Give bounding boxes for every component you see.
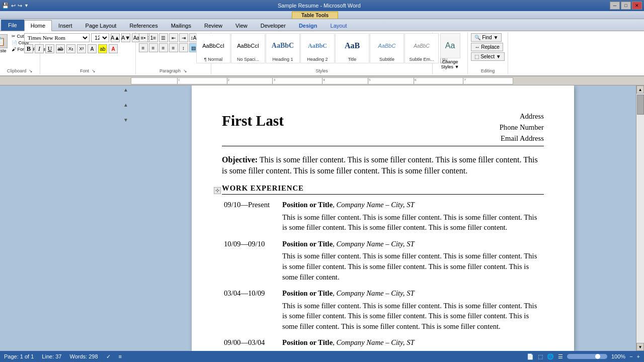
style-normal[interactable]: AaBbCcI ¶ Normal <box>196 33 230 63</box>
numbering-button[interactable]: 1≡ <box>149 33 158 42</box>
work-details-4: Position or Title, Company Name – City, … <box>272 336 544 349</box>
decrease-font-button[interactable]: A▼ <box>121 33 130 42</box>
scroll-thumb[interactable] <box>637 95 644 115</box>
find-button[interactable]: 🔍 Find ▼ <box>471 33 502 42</box>
bullets-button[interactable]: ≡• <box>139 33 148 42</box>
text-effects-button[interactable]: A <box>88 44 97 53</box>
italic-button[interactable]: I <box>35 44 44 53</box>
status-words: Words: 298 <box>69 353 98 360</box>
tab-page-layout[interactable]: Page Layout <box>79 20 123 31</box>
tab-home[interactable]: Home <box>24 20 52 31</box>
scroll-up-button[interactable]: ▲ <box>636 85 644 94</box>
paste-button[interactable]: 📋 Paste <box>0 33 10 54</box>
replace-button[interactable]: ↔ Replace <box>471 43 503 51</box>
margin-arrow-mid[interactable]: ▲ <box>123 103 128 108</box>
vertical-scrollbar[interactable]: ▲ ▼ <box>636 85 644 351</box>
left-margin-arrows: ▲ ▲ ▼ <box>122 85 130 351</box>
tab-layout[interactable]: Layout <box>324 20 354 31</box>
status-page: Page: 1 of 1 <box>4 353 34 360</box>
resume-contact: Address Phone Number Email Address <box>500 111 544 144</box>
style-subtitle[interactable]: AaBbC Subtitle <box>370 33 404 63</box>
style-title-label: Title <box>348 57 357 62</box>
decrease-indent-button[interactable]: ⇤ <box>169 33 178 42</box>
text-highlight-button[interactable]: ab <box>98 44 107 53</box>
style-heading1[interactable]: AaBbC Heading 1 <box>266 33 300 63</box>
margin-arrow-up[interactable]: ▲ <box>123 87 128 93</box>
align-left-button[interactable]: ≡ <box>139 43 148 52</box>
document[interactable]: First Last Address Phone Number Email Ad… <box>192 85 574 351</box>
view-print-icon[interactable]: 📄 <box>527 353 534 360</box>
zoom-in-button[interactable]: + <box>637 353 640 359</box>
quick-access-save[interactable]: 💾 <box>2 3 9 9</box>
tab-mailings[interactable]: Mailings <box>165 20 198 31</box>
underline-button[interactable]: U <box>45 44 54 53</box>
close-button[interactable]: ✕ <box>632 2 642 10</box>
tab-file[interactable]: File <box>1 20 24 31</box>
quick-access-undo[interactable]: ↩ <box>11 3 16 9</box>
status-left: Page: 1 of 1 Line: 37 Words: 298 ✓ ≡ <box>4 353 122 360</box>
table-move-handle[interactable]: ⊹ <box>214 187 221 194</box>
work-details-3: Position or Title, Company Name – City, … <box>272 287 544 332</box>
minimize-button[interactable]: ─ <box>610 2 620 10</box>
align-center-button[interactable]: ≡ <box>149 43 158 52</box>
tab-design[interactable]: Design <box>292 20 324 31</box>
style-h1-preview: AaBbC <box>267 35 298 57</box>
align-right-button[interactable]: ≡ <box>159 43 168 52</box>
margin-arrow-down[interactable]: ▼ <box>123 118 128 123</box>
tab-insert[interactable]: Insert <box>52 20 79 31</box>
style-heading2[interactable]: AaBbC Heading 2 <box>300 33 335 63</box>
style-no-spacing[interactable]: AaBbCcI No Spaci... <box>231 33 265 63</box>
tab-review[interactable]: Review <box>198 20 229 31</box>
justify-button[interactable]: ≡ <box>169 43 178 52</box>
work-title-3: Position or Title, Company Name – City, … <box>282 288 542 299</box>
view-web-icon[interactable]: 🌐 <box>547 353 554 360</box>
resume-name: First Last <box>222 111 284 131</box>
status-track-icon: ≡ <box>119 353 122 360</box>
font-size-select[interactable]: 12 <box>91 33 109 42</box>
contact-phone: Phone Number <box>500 122 544 133</box>
increase-font-button[interactable]: A▲ <box>111 33 120 42</box>
strikethrough-button[interactable]: ab <box>56 44 65 53</box>
font-group: Times New Rom 12 A▲ A▼ Aa ✕ B I U ab X₂ … <box>40 32 136 74</box>
font-row1: Times New Rom 12 A▲ A▼ Aa ✕ <box>24 33 151 42</box>
line-spacing-button[interactable]: ↕ <box>179 43 188 52</box>
style-title[interactable]: AaB Title <box>335 33 369 63</box>
tab-developer[interactable]: Developer <box>254 20 292 31</box>
work-date-1: 09/10—Present <box>222 199 272 234</box>
font-family-select[interactable]: Times New Rom <box>24 33 90 42</box>
change-styles-button[interactable]: Aa ChangeStyles ▼ <box>435 33 465 76</box>
zoom-out-button[interactable]: − <box>629 353 632 359</box>
view-full-icon[interactable]: ⬚ <box>538 353 543 360</box>
style-subtitle-label: Subtitle <box>379 57 394 62</box>
paste-label: Paste <box>0 48 6 53</box>
document-scroll-area[interactable]: First Last Address Phone Number Email Ad… <box>130 85 636 351</box>
style-title-preview: AaB <box>337 35 368 57</box>
multilevel-list-button[interactable]: ☰ <box>159 33 168 42</box>
status-right: 📄 ⬚ 🌐 ☰ 100% − + <box>527 353 640 360</box>
ruler-mark-1: 1 <box>177 78 180 84</box>
zoom-slider[interactable] <box>567 354 607 359</box>
select-button[interactable]: ⬚ Select ▼ <box>471 52 504 61</box>
zoom-thumb[interactable] <box>595 354 600 359</box>
work-desc-3: This is some filler content. This is som… <box>282 301 542 332</box>
font-color-button[interactable]: A <box>109 44 118 53</box>
view-outline-icon[interactable]: ☰ <box>558 353 563 360</box>
scroll-track[interactable] <box>636 94 644 343</box>
subscript-button[interactable]: X₂ <box>66 44 75 53</box>
scroll-down-button[interactable]: ▼ <box>636 343 644 351</box>
maximize-button[interactable]: □ <box>621 2 631 10</box>
change-styles-label: ChangeStyles ▼ <box>441 59 459 69</box>
superscript-button[interactable]: X² <box>77 44 86 53</box>
table-row: 09/00—03/04 Position or Title, Company N… <box>222 336 544 349</box>
bold-button[interactable]: B <box>24 44 33 53</box>
table-row: 09/10—Present Position or Title, Company… <box>222 199 544 234</box>
quick-access-redo[interactable]: ↪ <box>18 3 22 9</box>
quick-access-dropdown[interactable]: ▼ <box>24 3 29 8</box>
ruler-mark-7: 7 <box>463 78 466 84</box>
objective-text: This is some filler content. This is som… <box>222 155 538 175</box>
increase-indent-button[interactable]: ⇥ <box>179 33 188 42</box>
style-subtle-em-label: Subtle Em... <box>409 57 434 62</box>
tab-view[interactable]: View <box>229 20 254 31</box>
tab-references[interactable]: References <box>123 20 164 31</box>
change-styles-group: Aa ChangeStyles ▼ <box>433 32 468 74</box>
